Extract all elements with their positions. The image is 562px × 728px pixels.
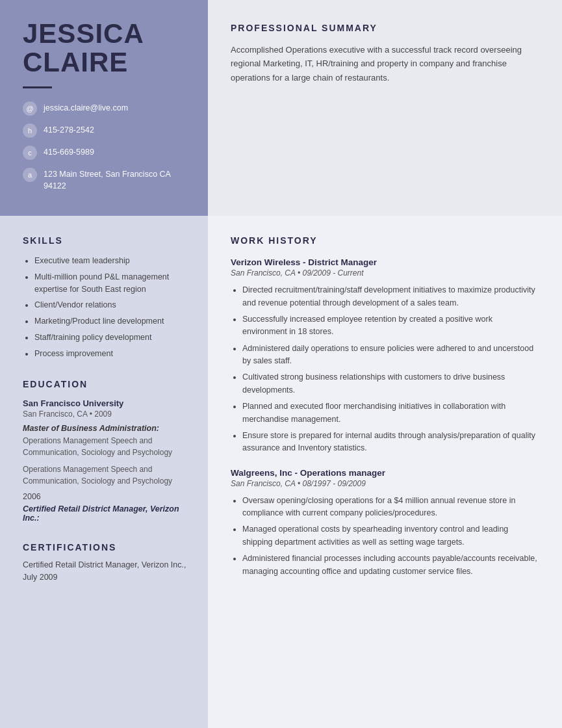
duty-1-1: Directed recruitment/training/staff deve… [242,284,539,309]
top-right-panel: PROFESSIONAL SUMMARY Accomplished Operat… [208,0,562,216]
professional-summary-text: Accomplished Operations executive with a… [231,43,539,84]
skills-heading: SKILLS [23,235,192,246]
edu-desc-2: Operations Management Speech and Communi… [23,463,192,487]
job-title-2: Walgreens, Inc - Operations manager [231,468,539,478]
cell-icon: c [23,146,37,160]
name-line2: CLAIRE [23,47,128,77]
certifications-heading: CERTIFICATIONS [23,542,192,552]
bottom-right-panel: WORK HISTORY Verizon Wireless - District… [208,216,562,728]
home-icon: h [23,124,37,138]
address-icon: a [23,168,37,182]
duty-2-2: Managed operational costs by spearheadin… [242,523,539,549]
job-entry-1: Verizon Wireless - District Manager San … [231,257,539,455]
edu-school: San Francisco University [23,398,192,408]
certifications-text: Certified Retail District Manager, Veriz… [23,559,192,584]
bottom-left-panel: SKILLS Executive team leadership Multi-m… [0,216,208,728]
contact-email: @ jessica.claire@live.com [23,101,192,116]
job-duties-2: Oversaw opening/closing operations for a… [231,495,539,578]
email-icon: @ [23,101,37,116]
edu-degree: Master of Business Administration: [23,424,192,433]
home-phone-text: 415-278-2542 [44,124,94,136]
skill-1: Executive team leadership [34,255,192,267]
resume-container: JESSICA CLAIRE @ jessica.claire@live.com… [0,0,562,728]
contact-cell-phone: c 415-669-5989 [23,146,192,160]
skill-5: Staff/training policy development [34,332,192,344]
skill-3: Client/Vendor relations [34,299,192,311]
edu-year: 2006 [23,492,192,501]
professional-summary-heading: PROFESSIONAL SUMMARY [231,23,539,33]
top-left-panel: JESSICA CLAIRE @ jessica.claire@live.com… [0,0,208,216]
edu-cert-title: Certified Retail District Manager, Veriz… [23,504,192,523]
duty-1-6: Ensure store is prepared for internal au… [242,430,539,455]
job-location-date-2: San Francisco, CA • 08/1997 - 09/2009 [231,479,539,488]
bottom-section: SKILLS Executive team leadership Multi-m… [0,216,562,728]
duty-1-5: Planned and executed floor merchandising… [242,400,539,426]
job-location-date-1: San Francisco, CA • 09/2009 - Current [231,268,539,278]
skill-6: Process improvement [34,348,192,360]
education-heading: EDUCATION [23,379,192,389]
duty-2-1: Oversaw opening/closing operations for a… [242,495,539,520]
duty-1-2: Successfully increased employee retentio… [242,313,539,339]
address-text: 123 Main Street, San Francisco CA 94122 [44,168,192,192]
duty-1-3: Administered daily operations to ensure … [242,343,539,368]
name-title: JESSICA CLAIRE [23,20,192,77]
contact-list: @ jessica.claire@live.com h 415-278-2542… [23,101,192,192]
cell-phone-text: 415-669-5989 [44,146,94,159]
job-entry-2: Walgreens, Inc - Operations manager San … [231,468,539,578]
name-divider [23,86,52,88]
job-duties-1: Directed recruitment/training/staff deve… [231,284,539,455]
contact-home-phone: h 415-278-2542 [23,124,192,138]
edu-desc-1: Operations Management Speech and Communi… [23,435,192,458]
duty-2-3: Administered financial processes includi… [242,552,539,578]
email-text: jessica.claire@live.com [44,101,128,114]
contact-address: a 123 Main Street, San Francisco CA 9412… [23,168,192,192]
work-history-heading: WORK HISTORY [231,235,539,246]
job-title-1: Verizon Wireless - District Manager [231,257,539,267]
skill-4: Marketing/Product line development [34,315,192,328]
name-line1: JESSICA [23,18,144,49]
skill-2: Multi-million pound P&L management exper… [34,271,192,296]
top-section: JESSICA CLAIRE @ jessica.claire@live.com… [0,0,562,216]
duty-1-4: Cultivated strong business relationships… [242,371,539,396]
skills-list: Executive team leadership Multi-million … [23,255,192,359]
edu-location: San Francisco, CA • 2009 [23,410,192,419]
